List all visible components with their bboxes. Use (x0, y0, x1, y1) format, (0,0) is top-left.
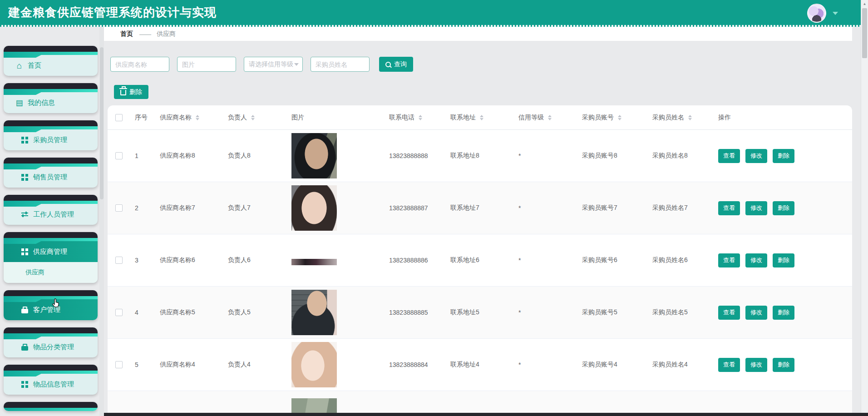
view-button[interactable]: 查看 (718, 358, 740, 372)
sidebar-item-body: 供应商管理 (4, 241, 98, 262)
buyer-account: 采购员账号8 (577, 152, 648, 160)
row-index: 5 (130, 361, 155, 368)
table-row: 5供应商名称4负责人413823888884联系地址4*采购员账号4采购员姓名4… (108, 339, 852, 391)
select-all-checkbox[interactable] (115, 114, 123, 121)
card-top-bar (4, 46, 98, 52)
column-header-联系地址[interactable]: 联系地址 (446, 114, 514, 122)
sidebar-item-body: ▤我的信息 (4, 92, 98, 113)
sort-icon[interactable] (419, 115, 422, 120)
row-index: 1 (130, 152, 155, 159)
sidebar-item-物品分类管理[interactable]: 物品分类管理 (4, 327, 98, 357)
sort-icon[interactable] (618, 115, 621, 120)
buyer-name-input[interactable] (311, 57, 370, 72)
avatar[interactable] (807, 4, 826, 23)
contact-address: 联系地址4 (446, 361, 514, 369)
view-button[interactable]: 查看 (718, 201, 740, 215)
breadcrumb: 首页 —— 供应商 (104, 27, 852, 41)
sidebar-item-body: 工作人员管理 (4, 204, 98, 225)
sidebar-item-partial[interactable] (4, 402, 98, 411)
column-header-采购员账号[interactable]: 采购员账号 (577, 114, 648, 122)
photo-cell (289, 391, 385, 416)
column-header-联系电话[interactable]: 联系电话 (385, 114, 446, 122)
contact-phone: 13823888887 (385, 204, 446, 212)
edit-button[interactable]: 修改 (745, 201, 767, 215)
column-header-供应商名称[interactable]: 供应商名称 (155, 114, 223, 122)
sidebar-item-我的信息[interactable]: ▤我的信息 (4, 83, 98, 113)
edit-button[interactable]: 修改 (745, 149, 767, 163)
sidebar-item-供应商管理[interactable]: 供应商管理供应商 (4, 232, 98, 283)
sidebar-item-客户管理[interactable]: 客户管理 (4, 290, 98, 320)
sort-icon[interactable] (548, 115, 552, 120)
delete-row-button[interactable]: 删除 (773, 149, 794, 163)
window-scrollbar-thumb[interactable] (862, 8, 867, 58)
manager-name: 负责人4 (223, 361, 289, 369)
row-index: 2 (130, 204, 155, 212)
briefcase-icon (21, 343, 29, 351)
sidebar-item-首页[interactable]: ⌂首页 (4, 46, 98, 76)
scrollbar-up-arrow[interactable]: ▲ (861, 0, 868, 7)
image-input[interactable] (177, 57, 236, 72)
row-index: 4 (130, 309, 155, 316)
search-button[interactable]: 查询 (379, 57, 413, 72)
home-icon: ⌂ (15, 62, 23, 69)
column-header-信用等级[interactable]: 信用等级 (514, 114, 577, 122)
delete-row-button[interactable]: 删除 (773, 358, 794, 372)
view-button[interactable]: 查看 (718, 306, 740, 320)
edit-button[interactable]: 修改 (745, 306, 767, 320)
edit-button[interactable]: 修改 (745, 358, 767, 372)
sliders-icon (21, 211, 29, 218)
view-button[interactable]: 查看 (718, 149, 740, 163)
sort-icon[interactable] (251, 115, 255, 120)
column-header-操作: 操作 (714, 114, 852, 122)
row-checkbox[interactable] (115, 361, 123, 368)
manager-name: 负责人7 (223, 204, 289, 212)
row-checkbox[interactable] (115, 257, 123, 264)
credit-level: * (514, 257, 577, 264)
sort-icon[interactable] (688, 115, 692, 120)
column-header-负责人[interactable]: 负责人 (223, 114, 289, 122)
delete-button[interactable]: 删除 (114, 85, 148, 99)
breadcrumb-home[interactable]: 首页 (120, 30, 133, 38)
photo-cell (289, 133, 385, 178)
credit-level-select[interactable]: 请选择信用等级 (244, 57, 303, 72)
window-scrollbar[interactable]: ▲ (861, 0, 868, 416)
delete-row-button[interactable]: 删除 (773, 201, 794, 215)
card-top-bar (4, 195, 98, 201)
sort-icon[interactable] (480, 115, 483, 120)
delete-row-button[interactable]: 删除 (773, 253, 794, 267)
grid-icon (21, 173, 29, 181)
card-accent-strip (4, 89, 98, 92)
sidebar: ⌂首页▤我的信息采购员管理销售员管理工作人员管理供应商管理供应商客户管理物品分类… (0, 27, 99, 416)
supplier-name-input[interactable] (110, 57, 169, 72)
row-actions: 查看修改删除 (714, 253, 852, 267)
sidebar-subitem-供应商[interactable]: 供应商 (4, 262, 98, 283)
sidebar-item-body: 物品信息管理 (4, 374, 98, 395)
sidebar-scrollbar[interactable] (99, 27, 104, 416)
column-header-采购员姓名[interactable]: 采购员姓名 (648, 114, 714, 122)
credit-level: * (514, 204, 577, 212)
buyer-name: 采购员姓名8 (648, 152, 714, 160)
sort-icon[interactable] (196, 115, 199, 120)
contact-address: 联系地址7 (446, 204, 514, 212)
contact-address: 联系地址8 (446, 152, 514, 160)
table-row: 4供应商名称5负责人513823888885联系地址5*采购员账号5采购员姓名5… (108, 287, 852, 339)
sidebar-scrollbar-thumb[interactable] (100, 47, 104, 199)
row-checkbox[interactable] (115, 204, 123, 212)
sidebar-item-采购员管理[interactable]: 采购员管理 (4, 120, 98, 150)
sidebar-item-工作人员管理[interactable]: 工作人员管理 (4, 195, 98, 225)
row-checkbox[interactable] (115, 152, 123, 159)
sidebar-item-物品信息管理[interactable]: 物品信息管理 (4, 365, 98, 395)
card-top-bar (4, 402, 98, 408)
trash-icon (120, 90, 126, 95)
chevron-down-icon[interactable] (833, 12, 838, 15)
row-checkbox[interactable] (115, 309, 123, 316)
column-header-label: 采购员姓名 (652, 114, 684, 122)
contact-address: 联系地址6 (446, 256, 514, 264)
view-button[interactable]: 查看 (718, 253, 740, 267)
credit-level: * (514, 361, 577, 368)
delete-row-button[interactable]: 删除 (773, 306, 794, 320)
edit-button[interactable]: 修改 (745, 253, 767, 267)
delete-button-label: 删除 (129, 88, 142, 96)
column-header-序号: 序号 (130, 114, 155, 122)
sidebar-item-销售员管理[interactable]: 销售员管理 (4, 158, 98, 188)
